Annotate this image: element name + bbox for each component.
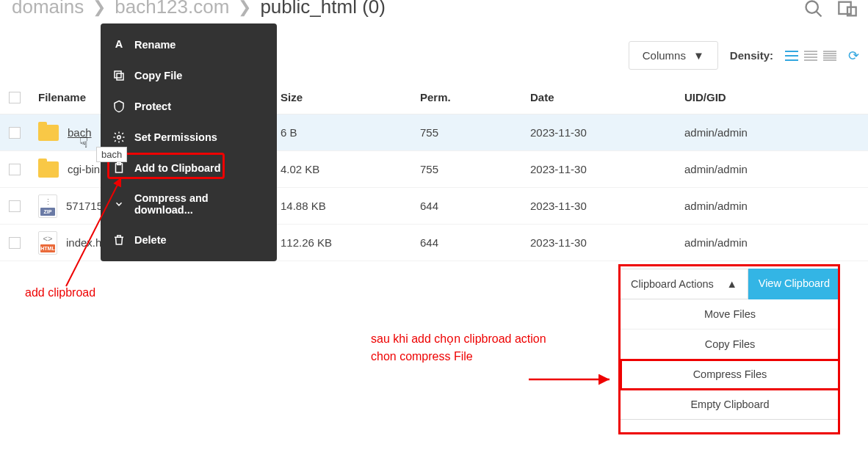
row-checkbox[interactable] <box>9 200 21 212</box>
annotation-text: add clipbroad <box>25 286 95 299</box>
breadcrumb-segment[interactable]: domains <box>12 0 84 18</box>
file-date: 2023-11-30 <box>530 163 684 175</box>
row-checkbox[interactable] <box>9 127 21 139</box>
file-perm: 755 <box>420 163 530 175</box>
file-date: 2023-11-30 <box>530 126 684 139</box>
file-date: 2023-11-30 <box>530 200 684 212</box>
density-label: Density: <box>730 49 773 62</box>
svg-point-0 <box>806 1 818 13</box>
file-name[interactable]: 571715 <box>66 200 103 212</box>
file-uidgid: admin/admin <box>684 200 864 212</box>
tooltip: bach <box>96 147 127 162</box>
file-size: 112.26 KB <box>281 236 420 249</box>
zip-icon: ⋮ZIP <box>38 194 57 218</box>
chevron-right-icon: ❯ <box>238 0 251 17</box>
annotation-arrow <box>529 371 617 388</box>
ctx-protect[interactable]: Protect <box>101 91 277 122</box>
ctx-compress-download[interactable]: Compress and download... <box>101 183 277 225</box>
caret-up-icon: ▲ <box>726 278 737 290</box>
svg-point-6 <box>117 136 121 139</box>
density-option-cozy[interactable] <box>804 51 817 61</box>
file-uidgid: admin/admin <box>684 126 864 139</box>
clipboard-actions-button[interactable]: Clipboard Actions ▲ <box>620 269 748 299</box>
rename-icon: A <box>112 38 126 51</box>
file-date: 2023-11-30 <box>530 236 684 249</box>
svg-rect-5 <box>115 71 121 78</box>
clipboard-compress-files[interactable]: Compress Files <box>621 360 839 390</box>
file-perm: 644 <box>420 200 530 212</box>
html-icon: <>HTML <box>38 231 57 255</box>
ctx-label: Rename <box>134 39 176 51</box>
select-all-checkbox[interactable] <box>9 92 21 103</box>
breadcrumb-current: public_html (0) <box>260 0 386 18</box>
reload-icon[interactable]: ⟳ <box>848 48 859 64</box>
ctx-label: Add to Clipboard <box>134 162 221 174</box>
file-size: 14.88 KB <box>281 200 420 212</box>
trash-icon <box>112 233 126 247</box>
col-size[interactable]: Size <box>281 91 420 103</box>
shield-icon <box>112 100 126 113</box>
columns-label: Columns <box>643 49 686 62</box>
col-date[interactable]: Date <box>530 91 684 103</box>
download-icon <box>112 197 126 211</box>
file-name[interactable]: cgi-bin <box>68 163 100 175</box>
col-perm[interactable]: Perm. <box>420 91 530 103</box>
breadcrumb: domains ❯ bach123.com ❯ public_html (0) <box>12 0 386 18</box>
density-options <box>785 51 836 61</box>
density-option-comfortable[interactable] <box>785 51 798 61</box>
clipboard-actions-label: Clipboard Actions <box>631 278 714 290</box>
file-uidgid: admin/admin <box>684 163 864 175</box>
ctx-delete[interactable]: Delete <box>101 225 277 255</box>
gear-icon <box>112 131 126 144</box>
layout-icon[interactable] <box>837 0 858 22</box>
file-perm: 755 <box>420 126 530 139</box>
view-clipboard-button[interactable]: View Clipboard <box>748 269 840 299</box>
svg-rect-4 <box>117 73 123 80</box>
folder-icon <box>38 161 59 178</box>
copy-icon <box>112 69 126 82</box>
clipboard-actions-list: Move Files Copy Files Compress Files Emp… <box>620 299 840 420</box>
ctx-copy-file[interactable]: Copy File <box>101 60 277 91</box>
ctx-label: Protect <box>134 101 171 112</box>
file-uidgid: admin/admin <box>684 236 864 249</box>
file-size: 6 B <box>281 126 420 139</box>
chevron-right-icon: ❯ <box>93 0 106 17</box>
file-size: 4.02 KB <box>281 163 420 175</box>
context-menu: A Rename Copy File Protect Set Permissio… <box>101 23 277 261</box>
search-icon[interactable] <box>803 0 824 22</box>
col-uidgid[interactable]: UID/GID <box>684 91 864 103</box>
clipboard-move-files[interactable]: Move Files <box>621 299 839 330</box>
file-name[interactable]: bach <box>68 126 92 139</box>
caret-down-icon: ▼ <box>693 49 704 62</box>
clipboard-panel: Clipboard Actions ▲ View Clipboard Move … <box>620 269 840 420</box>
svg-line-1 <box>817 12 822 17</box>
ctx-label: Set Permissions <box>134 131 217 143</box>
ctx-label: Delete <box>134 234 167 246</box>
density-option-compact[interactable] <box>823 51 836 61</box>
ctx-rename[interactable]: A Rename <box>101 29 277 60</box>
annotation-text: sau khi add chọn clipbroad action chon c… <box>371 330 546 365</box>
svg-rect-2 <box>839 2 850 14</box>
clipboard-icon <box>112 161 126 175</box>
file-perm: 644 <box>420 236 530 249</box>
row-checkbox[interactable] <box>9 237 21 249</box>
folder-icon <box>38 125 59 141</box>
ctx-label: Compress and download... <box>134 192 265 216</box>
columns-button[interactable]: Columns ▼ <box>629 41 718 70</box>
ctx-label: Copy File <box>134 70 182 81</box>
clipboard-empty[interactable]: Empty Clipboard <box>621 390 839 419</box>
breadcrumb-segment[interactable]: bach123.com <box>115 0 229 18</box>
row-checkbox[interactable] <box>9 164 21 175</box>
clipboard-copy-files[interactable]: Copy Files <box>621 330 839 360</box>
